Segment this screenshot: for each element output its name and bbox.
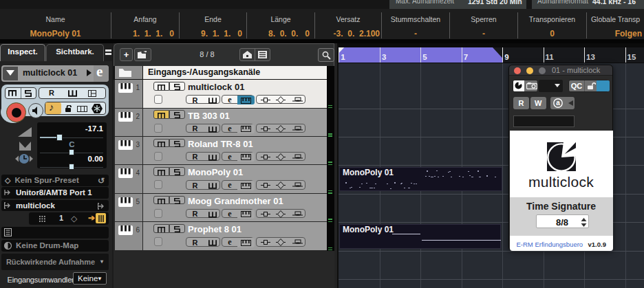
svg-text:a: a bbox=[556, 99, 560, 107]
